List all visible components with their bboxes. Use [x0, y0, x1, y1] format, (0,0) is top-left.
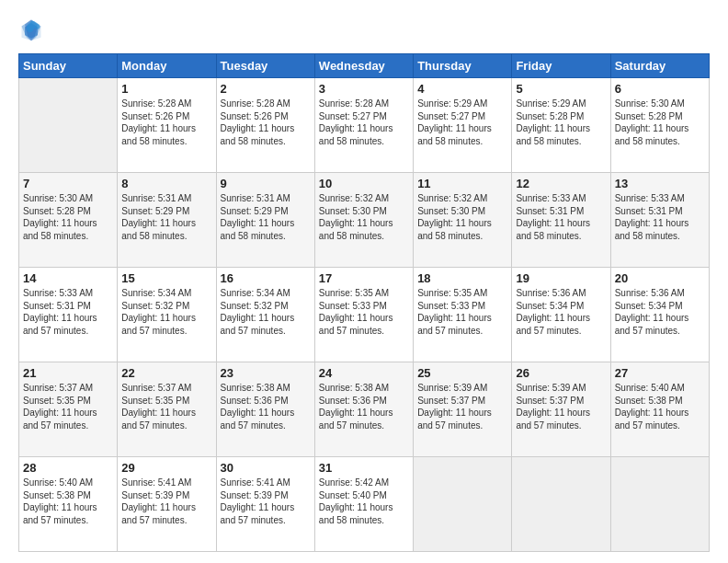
day-number: 7 [23, 177, 113, 190]
day-info: Sunrise: 5:41 AM Sunset: 5:39 PM Dayligh… [221, 477, 311, 526]
day-number: 11 [417, 177, 507, 190]
day-info: Sunrise: 5:33 AM Sunset: 5:31 PM Dayligh… [516, 192, 606, 242]
calendar-cell: 31Sunrise: 5:42 AM Sunset: 5:40 PM Dayli… [314, 457, 413, 552]
calendar-cell: 6Sunrise: 5:30 AM Sunset: 5:28 PM Daylig… [610, 78, 709, 173]
day-number: 20 [615, 271, 705, 285]
day-number: 27 [615, 366, 705, 380]
calendar-cell: 27Sunrise: 5:40 AM Sunset: 5:38 PM Dayli… [610, 362, 709, 457]
calendar-day-header: Friday [512, 54, 610, 78]
day-info: Sunrise: 5:40 AM Sunset: 5:38 PM Dayligh… [615, 382, 705, 431]
day-info: Sunrise: 5:30 AM Sunset: 5:28 PM Dayligh… [615, 98, 705, 147]
day-info: Sunrise: 5:40 AM Sunset: 5:38 PM Dayligh… [23, 477, 113, 526]
calendar-week-row: 14Sunrise: 5:33 AM Sunset: 5:31 PM Dayli… [19, 268, 710, 362]
header [18, 17, 710, 42]
day-info: Sunrise: 5:29 AM Sunset: 5:28 PM Dayligh… [516, 98, 606, 147]
day-info: Sunrise: 5:39 AM Sunset: 5:37 PM Dayligh… [417, 382, 507, 431]
day-number: 16 [221, 271, 311, 285]
day-number: 30 [221, 461, 311, 475]
calendar-cell: 14Sunrise: 5:33 AM Sunset: 5:31 PM Dayli… [19, 268, 118, 362]
calendar-cell: 2Sunrise: 5:28 AM Sunset: 5:26 PM Daylig… [216, 78, 314, 173]
day-info: Sunrise: 5:35 AM Sunset: 5:33 PM Dayligh… [417, 287, 507, 337]
day-number: 21 [23, 366, 113, 380]
day-info: Sunrise: 5:41 AM Sunset: 5:39 PM Dayligh… [121, 477, 211, 526]
calendar-cell [19, 78, 118, 173]
calendar-week-row: 7Sunrise: 5:30 AM Sunset: 5:28 PM Daylig… [19, 173, 710, 268]
calendar-header-row: SundayMondayTuesdayWednesdayThursdayFrid… [19, 54, 710, 78]
day-number: 5 [516, 82, 606, 96]
calendar-cell: 10Sunrise: 5:32 AM Sunset: 5:30 PM Dayli… [314, 173, 413, 268]
day-info: Sunrise: 5:28 AM Sunset: 5:26 PM Dayligh… [121, 98, 211, 147]
day-info: Sunrise: 5:35 AM Sunset: 5:33 PM Dayligh… [319, 287, 409, 337]
day-info: Sunrise: 5:33 AM Sunset: 5:31 PM Dayligh… [23, 287, 113, 337]
day-number: 24 [319, 366, 409, 380]
calendar-cell: 16Sunrise: 5:34 AM Sunset: 5:32 PM Dayli… [216, 268, 314, 362]
calendar-cell: 5Sunrise: 5:29 AM Sunset: 5:28 PM Daylig… [512, 78, 610, 173]
calendar-cell: 23Sunrise: 5:38 AM Sunset: 5:36 PM Dayli… [216, 362, 314, 457]
calendar-day-header: Tuesday [216, 54, 314, 78]
day-info: Sunrise: 5:36 AM Sunset: 5:34 PM Dayligh… [615, 287, 705, 337]
logo-icon [18, 17, 44, 42]
day-number: 23 [221, 366, 311, 380]
calendar-table: SundayMondayTuesdayWednesdayThursdayFrid… [18, 53, 710, 552]
day-number: 13 [615, 177, 705, 190]
day-info: Sunrise: 5:34 AM Sunset: 5:32 PM Dayligh… [221, 287, 311, 337]
day-number: 25 [417, 366, 507, 380]
day-info: Sunrise: 5:38 AM Sunset: 5:36 PM Dayligh… [221, 382, 311, 431]
day-info: Sunrise: 5:38 AM Sunset: 5:36 PM Dayligh… [319, 382, 409, 431]
calendar-cell: 12Sunrise: 5:33 AM Sunset: 5:31 PM Dayli… [512, 173, 610, 268]
logo [18, 17, 48, 42]
day-info: Sunrise: 5:36 AM Sunset: 5:34 PM Dayligh… [516, 287, 606, 337]
day-number: 14 [23, 271, 113, 285]
day-info: Sunrise: 5:32 AM Sunset: 5:30 PM Dayligh… [417, 192, 507, 242]
day-info: Sunrise: 5:29 AM Sunset: 5:27 PM Dayligh… [417, 98, 507, 147]
day-number: 15 [121, 271, 211, 285]
calendar-cell: 9Sunrise: 5:31 AM Sunset: 5:29 PM Daylig… [216, 173, 314, 268]
calendar-cell: 26Sunrise: 5:39 AM Sunset: 5:37 PM Dayli… [512, 362, 610, 457]
day-number: 2 [221, 82, 311, 96]
calendar-cell: 18Sunrise: 5:35 AM Sunset: 5:33 PM Dayli… [414, 268, 512, 362]
day-number: 17 [319, 271, 409, 285]
day-info: Sunrise: 5:42 AM Sunset: 5:40 PM Dayligh… [319, 477, 409, 526]
calendar-week-row: 28Sunrise: 5:40 AM Sunset: 5:38 PM Dayli… [19, 457, 710, 552]
day-info: Sunrise: 5:37 AM Sunset: 5:35 PM Dayligh… [23, 382, 113, 431]
calendar-cell: 7Sunrise: 5:30 AM Sunset: 5:28 PM Daylig… [19, 173, 118, 268]
day-info: Sunrise: 5:31 AM Sunset: 5:29 PM Dayligh… [221, 192, 311, 242]
calendar-cell: 4Sunrise: 5:29 AM Sunset: 5:27 PM Daylig… [414, 78, 512, 173]
day-number: 9 [221, 177, 311, 190]
calendar-day-header: Saturday [610, 54, 709, 78]
day-info: Sunrise: 5:31 AM Sunset: 5:29 PM Dayligh… [121, 192, 211, 242]
day-number: 29 [121, 461, 211, 475]
day-info: Sunrise: 5:34 AM Sunset: 5:32 PM Dayligh… [121, 287, 211, 337]
day-number: 6 [615, 82, 705, 96]
calendar-cell: 21Sunrise: 5:37 AM Sunset: 5:35 PM Dayli… [19, 362, 118, 457]
calendar-day-header: Monday [118, 54, 216, 78]
calendar-cell: 1Sunrise: 5:28 AM Sunset: 5:26 PM Daylig… [118, 78, 216, 173]
calendar-cell: 11Sunrise: 5:32 AM Sunset: 5:30 PM Dayli… [414, 173, 512, 268]
calendar-cell: 30Sunrise: 5:41 AM Sunset: 5:39 PM Dayli… [216, 457, 314, 552]
calendar-cell: 25Sunrise: 5:39 AM Sunset: 5:37 PM Dayli… [414, 362, 512, 457]
day-info: Sunrise: 5:28 AM Sunset: 5:27 PM Dayligh… [319, 98, 409, 147]
day-number: 28 [23, 461, 113, 475]
calendar-cell: 3Sunrise: 5:28 AM Sunset: 5:27 PM Daylig… [314, 78, 413, 173]
calendar-cell [512, 457, 610, 552]
calendar-cell: 19Sunrise: 5:36 AM Sunset: 5:34 PM Dayli… [512, 268, 610, 362]
calendar-cell: 8Sunrise: 5:31 AM Sunset: 5:29 PM Daylig… [118, 173, 216, 268]
page: SundayMondayTuesdayWednesdayThursdayFrid… [0, 0, 728, 563]
calendar-cell: 22Sunrise: 5:37 AM Sunset: 5:35 PM Dayli… [118, 362, 216, 457]
calendar-cell: 29Sunrise: 5:41 AM Sunset: 5:39 PM Dayli… [118, 457, 216, 552]
day-number: 4 [417, 82, 507, 96]
calendar-cell: 28Sunrise: 5:40 AM Sunset: 5:38 PM Dayli… [19, 457, 118, 552]
calendar-day-header: Thursday [414, 54, 512, 78]
day-info: Sunrise: 5:37 AM Sunset: 5:35 PM Dayligh… [121, 382, 211, 431]
calendar-cell: 20Sunrise: 5:36 AM Sunset: 5:34 PM Dayli… [610, 268, 709, 362]
calendar-cell: 15Sunrise: 5:34 AM Sunset: 5:32 PM Dayli… [118, 268, 216, 362]
day-number: 22 [121, 366, 211, 380]
calendar-cell [414, 457, 512, 552]
calendar-cell: 13Sunrise: 5:33 AM Sunset: 5:31 PM Dayli… [610, 173, 709, 268]
day-info: Sunrise: 5:32 AM Sunset: 5:30 PM Dayligh… [319, 192, 409, 242]
day-number: 18 [417, 271, 507, 285]
calendar-cell: 17Sunrise: 5:35 AM Sunset: 5:33 PM Dayli… [314, 268, 413, 362]
day-info: Sunrise: 5:33 AM Sunset: 5:31 PM Dayligh… [615, 192, 705, 242]
calendar-week-row: 21Sunrise: 5:37 AM Sunset: 5:35 PM Dayli… [19, 362, 710, 457]
calendar-cell: 24Sunrise: 5:38 AM Sunset: 5:36 PM Dayli… [314, 362, 413, 457]
